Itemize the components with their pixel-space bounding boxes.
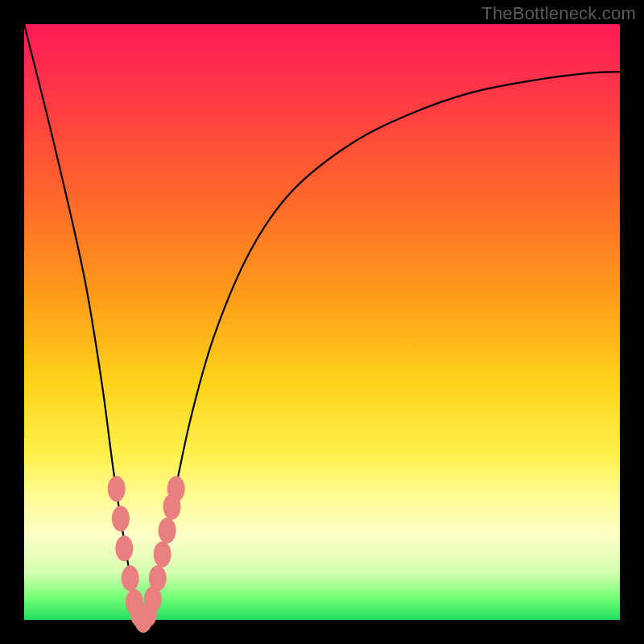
highlight-dot — [159, 518, 176, 543]
highlight-dot — [154, 542, 171, 568]
highlight-dots-group — [108, 476, 185, 633]
chart-frame: TheBottleneck.com — [0, 0, 644, 644]
highlight-dot — [112, 506, 130, 531]
highlight-dot — [115, 535, 133, 561]
bottleneck-curve — [24, 24, 620, 620]
highlight-dot — [108, 476, 126, 502]
chart-svg — [24, 24, 620, 620]
highlight-dot — [122, 565, 139, 591]
highlight-dot — [149, 565, 167, 591]
highlight-dot — [167, 476, 185, 502]
watermark-text: TheBottleneck.com — [481, 3, 636, 24]
chart-plot-area — [24, 24, 620, 620]
